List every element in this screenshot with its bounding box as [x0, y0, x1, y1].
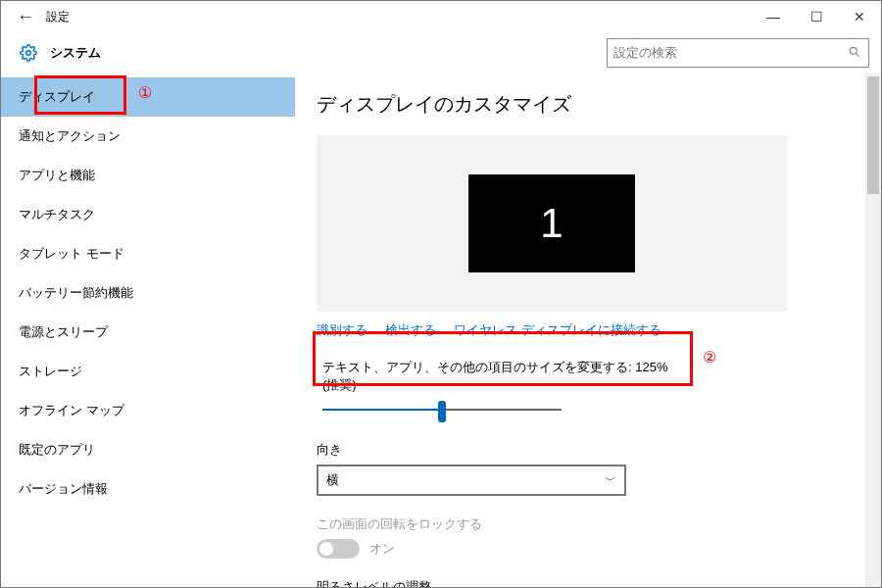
- orientation-label: 向き: [317, 441, 852, 459]
- lock-rotation-label: この画面の回転をロックする: [317, 515, 852, 533]
- lock-rotation-toggle[interactable]: [317, 539, 360, 559]
- settings-window: ← 設定 — ☐ ✕ システム 設定の検索 ディスプレイ 通知とアクション アプ…: [0, 0, 882, 588]
- close-button[interactable]: ✕: [838, 1, 881, 32]
- sidebar-item-multitask[interactable]: マルチタスク: [1, 195, 295, 234]
- monitor-tile[interactable]: 1: [468, 174, 635, 272]
- sidebar-item-battery[interactable]: バッテリー節約機能: [1, 273, 295, 313]
- identify-link[interactable]: 識別する: [317, 321, 368, 339]
- minimize-button[interactable]: —: [752, 1, 795, 32]
- chevron-down-icon: ﹀: [605, 472, 616, 489]
- search-input[interactable]: 設定の検索: [607, 38, 869, 68]
- brightness-label: 明るさレベルの調整: [317, 578, 852, 587]
- header: システム 設定の検索: [1, 32, 881, 74]
- sidebar-item-label: ディスプレイ: [19, 88, 95, 106]
- gear-icon: [19, 43, 38, 63]
- orientation-value: 横: [326, 471, 605, 489]
- back-button[interactable]: ←: [11, 7, 40, 27]
- maximize-button[interactable]: ☐: [795, 1, 838, 32]
- scrollbar[interactable]: [865, 74, 881, 587]
- sidebar-item-label: アプリと機能: [19, 167, 95, 184]
- display-links: 識別する 検出する ワイヤレス ディスプレイに接続する: [317, 321, 852, 339]
- sidebar-item-apps[interactable]: アプリと機能: [1, 156, 295, 195]
- sidebar-item-display[interactable]: ディスプレイ: [1, 77, 295, 117]
- sidebar-item-label: バージョン情報: [19, 480, 108, 498]
- scale-label: テキスト、アプリ、その他の項目のサイズを変更する: 125% (推奨): [322, 359, 673, 394]
- window-title: 設定: [46, 9, 70, 25]
- main: ディスプレイのカスタマイズ 1 識別する 検出する ワイヤレス ディスプレイに接…: [295, 74, 881, 587]
- sidebar-item-label: マルチタスク: [19, 206, 95, 223]
- orientation-select[interactable]: 横 ﹀: [317, 465, 626, 496]
- sidebar-item-label: ストレージ: [19, 363, 82, 380]
- sidebar-item-label: 電源とスリープ: [19, 323, 108, 341]
- search-icon: [847, 45, 862, 62]
- section-title: システム: [50, 44, 101, 62]
- titlebar: ← 設定 — ☐ ✕: [1, 1, 881, 32]
- scale-block: テキスト、アプリ、その他の項目のサイズを変更する: 125% (推奨): [317, 353, 681, 429]
- svg-line-2: [856, 53, 858, 56]
- detect-link[interactable]: 検出する: [385, 321, 436, 339]
- scale-slider[interactable]: [322, 400, 562, 419]
- orientation-field: 向き 横 ﹀: [317, 441, 852, 496]
- sidebar-item-label: バッテリー節約機能: [19, 284, 133, 302]
- sidebar-item-storage[interactable]: ストレージ: [1, 352, 295, 391]
- svg-point-0: [26, 51, 31, 56]
- body: ディスプレイ 通知とアクション アプリと機能 マルチタスク タブレット モード …: [1, 74, 881, 587]
- lock-rotation-state: オン: [369, 540, 395, 558]
- sidebar-item-offline-maps[interactable]: オフライン マップ: [1, 391, 295, 430]
- svg-point-1: [850, 47, 857, 54]
- sidebar-item-tablet[interactable]: タブレット モード: [1, 234, 295, 273]
- sidebar-item-power[interactable]: 電源とスリープ: [1, 313, 295, 352]
- sidebar-item-label: タブレット モード: [19, 245, 124, 263]
- display-preview[interactable]: 1: [317, 135, 787, 312]
- sidebar-item-notifications[interactable]: 通知とアクション: [1, 117, 295, 156]
- sidebar-item-default-apps[interactable]: 既定のアプリ: [1, 430, 295, 469]
- monitor-number: 1: [540, 200, 563, 247]
- lock-rotation-row: オン: [317, 539, 852, 559]
- sidebar-item-label: 既定のアプリ: [19, 441, 95, 459]
- sidebar-item-label: 通知とアクション: [19, 127, 121, 145]
- wireless-link[interactable]: ワイヤレス ディスプレイに接続する: [454, 321, 662, 339]
- sidebar-item-about[interactable]: バージョン情報: [1, 469, 295, 509]
- sidebar: ディスプレイ 通知とアクション アプリと機能 マルチタスク タブレット モード …: [1, 74, 295, 587]
- page-title: ディスプレイのカスタマイズ: [317, 91, 852, 118]
- search-placeholder: 設定の検索: [613, 44, 847, 62]
- sidebar-item-label: オフライン マップ: [19, 402, 124, 419]
